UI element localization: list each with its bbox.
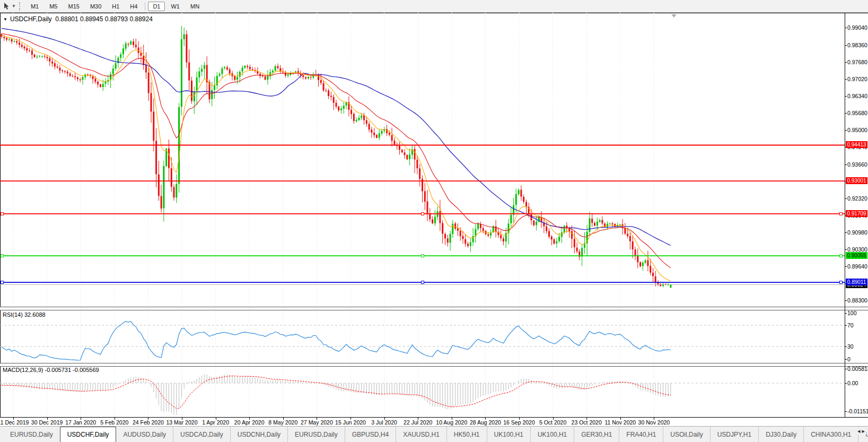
price-tick-mark [845,79,847,80]
price-tick-mark [845,325,847,326]
date-scale[interactable]: 11 Dec 201930 Dec 201917 Jan 20205 Feb 2… [0,417,868,427]
chart-tab-fra40-h1[interactable]: FRA40,H1 [619,427,663,442]
price-tick-mark [845,383,847,384]
price-tick-mark [845,62,847,63]
chart-tab-usdchf-daily[interactable]: USDCHF,Daily [60,427,117,442]
date-tick-label: 15 Jun 2020 [335,419,366,426]
price-tick-mark [845,266,847,267]
hline-handle[interactable] [840,281,843,284]
price-tick-mark [845,232,847,233]
price-tick-label: 0.92320 [847,195,867,202]
date-tick-label: 10 Aug 2020 [436,419,467,426]
hline-handle[interactable] [422,281,424,284]
date-tick-label: 27 May 2020 [301,419,333,426]
timeframe-button-m5[interactable]: M5 [45,2,62,11]
price-tick-mark [845,359,847,360]
chart-tab-uk100-h1[interactable]: UK100,H1 [531,427,574,442]
price-tick-label: 0.93660 [847,161,867,168]
timeframe-button-w1[interactable]: W1 [166,2,185,11]
macd-label: MACD(12,26,9) -0.005731 -0.005569 [3,367,99,373]
ma-slow-line [2,29,671,246]
chart-tab-gbpusd-h4[interactable]: GBPUSD,H4 [345,427,396,442]
hline-handle[interactable] [1,212,4,215]
price-tick-mark [845,164,847,165]
date-tick-label: 5 Feb 2020 [100,419,128,426]
ohlc-close: 0.88924 [129,15,152,23]
level-badge-0.89011: 0.89011 [846,279,867,285]
ohlc-open: 0.88801 [55,15,78,23]
price-tick-label: 0.00 [847,380,858,386]
hline-handle[interactable] [1,255,4,257]
timeframe-button-h4[interactable]: H4 [125,2,142,11]
price-tick-label: 0.96340 [847,93,867,99]
hline-handle[interactable] [422,255,424,257]
chart-symbol-period: USDCHF,Daily [10,15,52,23]
chart-tab-hk50-h1[interactable]: HK50,H1 [447,427,487,442]
chart-tab-usoil-daily[interactable]: USOil,Daily [663,427,710,442]
price-tick-label: 30 [847,343,854,350]
price-chart-pane[interactable] [0,13,845,307]
price-tick-mark [845,45,847,46]
timeframe-button-mn[interactable]: MN [186,2,204,11]
date-tick-label: 1 Apr 2020 [202,419,229,426]
date-tick-label: 24 Feb 2020 [133,419,164,426]
date-tick-label: 30 Nov 2020 [638,419,670,426]
price-tick-mark [845,346,847,347]
chart-menu-caret-icon[interactable]: ▼ [3,17,7,22]
price-tick-mark [845,313,847,314]
timeframe-button-m15[interactable]: M15 [63,2,84,11]
date-tick-label: 13 Mar 2020 [166,419,198,426]
chart-tab-xauusd-h1[interactable]: XAUUSD,H1 [396,427,447,442]
cursor-tool-icon[interactable] [2,2,11,11]
price-tick-mark [845,96,847,97]
price-tick-mark [845,300,847,301]
chart-tab-dj30-daily[interactable]: DJ30,Daily [759,427,804,442]
chart-tab-bar: EURUSD,DailyUSDCHF,DailyAUDUSD,DailyUSDC… [0,426,868,442]
price-scale-border [845,13,845,417]
chart-tab-eurusd-daily[interactable]: EURUSD,Daily [3,427,60,442]
price-tick-label: 100 [847,310,857,316]
macd-pane[interactable] [0,366,845,417]
hline-handle[interactable] [422,212,424,215]
price-tick-label: 0.89640 [847,263,867,270]
date-tick-label: 11 Nov 2020 [604,419,636,426]
chart-tab-usdcad-daily[interactable]: USDCAD,Daily [173,427,231,442]
date-tick-label: 11 Dec 2019 [0,419,29,426]
timeframe-button-h1[interactable]: H1 [107,2,124,11]
chart-shift-marker-icon[interactable] [671,14,677,18]
price-tick-label: 70 [847,322,854,328]
price-tick-label: 0.95680 [847,110,867,116]
hline-handle[interactable] [840,212,843,215]
chart-tab-eurusd-daily[interactable]: EURUSD,Daily [288,427,345,442]
grid-lines [13,13,654,307]
price-tick-mark [845,28,847,28]
chart-tab-usdcnh-daily[interactable]: USDCNH,Daily [231,427,288,442]
ma-fast-line [2,36,671,281]
chart-title: ▼USDCHF,Daily 0.88801 0.88945 0.88793 0.… [3,15,153,23]
hline-handle[interactable] [840,255,843,257]
timeframe-button-m1[interactable]: M1 [26,2,43,11]
chart-tab-china300-h1[interactable]: CHINA300,H1 [804,427,858,442]
date-tick-label: 16 Sep 2020 [503,419,535,426]
level-badge-0.90055: 0.90055 [846,252,867,259]
tab-scroll-arrows: ◂▸ [855,428,866,435]
chart-tab-audusd-daily[interactable]: AUDUSD,Daily [116,427,173,442]
date-tick-label: 8 May 2020 [268,419,297,426]
chart-tab-usdjpy-h1[interactable]: USDJPY,H1 [711,427,759,442]
dropdown-caret-icon[interactable]: ▼ [12,4,16,8]
rsi-pane[interactable] [0,309,845,363]
ohlc-low: 0.88793 [105,15,128,23]
date-tick-label: 22 Jul 2020 [404,419,432,426]
timeframe-toolbar: ▼ M1M5M15M30H1H4D1W1MN [0,0,868,13]
date-tick-label: 20 Apr 2020 [234,419,265,426]
toolbar-grip[interactable] [19,2,22,11]
timeframe-button-m30[interactable]: M30 [85,2,106,11]
hline-handle[interactable] [1,281,4,284]
grid-lines [13,309,654,363]
date-tick-label: 30 Dec 2019 [31,419,63,426]
timeframe-button-d1[interactable]: D1 [148,2,165,11]
date-tick-label: 28 Aug 2020 [470,419,501,426]
chart-tab-uk100-h1[interactable]: UK100,H1 [487,427,531,442]
chart-tab-ger30-h1[interactable]: GER30,H1 [574,427,619,442]
tab-scroll-right-icon[interactable]: ▸ [862,428,866,434]
